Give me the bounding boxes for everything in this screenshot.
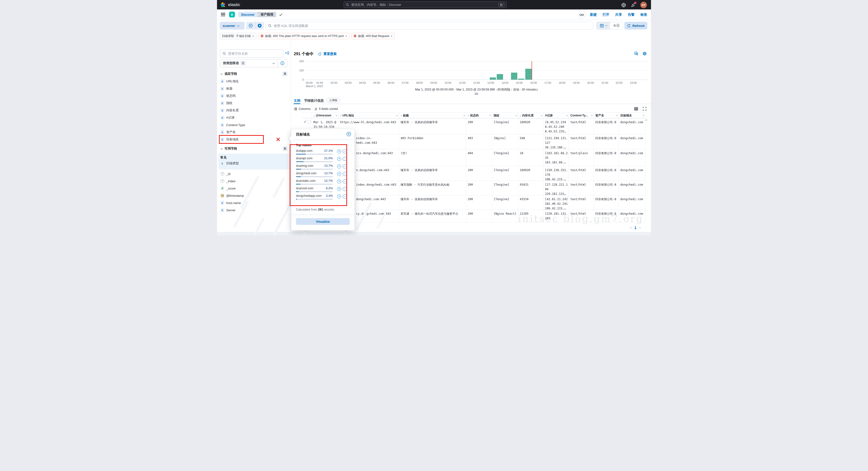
kql-search-bar[interactable] — [266, 22, 593, 30]
filter-for-value-icon[interactable]: + — [337, 179, 341, 183]
nav-action-4[interactable]: 检查 — [640, 12, 647, 17]
refresh-button[interactable]: Refresh — [624, 22, 647, 30]
collapse-sidebar-icon[interactable] — [285, 51, 290, 55]
date-range-label[interactable]: 今日 — [610, 22, 623, 29]
field-item-标题[interactable]: k标题 — [220, 86, 287, 92]
filter-for-value-icon[interactable]: + — [337, 194, 341, 199]
row-checkbox[interactable] — [308, 120, 311, 124]
available-fields-section[interactable]: 可用字段 6 — [220, 146, 287, 151]
project-badge[interactable]: D — [229, 12, 235, 18]
header-cell-col1[interactable]: ↓URL地址 — [339, 113, 399, 118]
field-item-_score[interactable]: #_score — [220, 186, 287, 191]
columns-button[interactable]: Columns — [294, 107, 310, 111]
remove-filter-icon[interactable]: × — [345, 34, 347, 38]
field-item-scan-type[interactable]: k扫描类型 — [220, 161, 287, 166]
help-icon[interactable] — [621, 2, 626, 8]
header-cell-col3[interactable]: ↑状态码 — [466, 113, 492, 118]
filter-pill[interactable]: 扫描类型: 子域名扫描× — [220, 33, 256, 39]
fullscreen-icon[interactable] — [643, 107, 647, 111]
filter-out-value-icon[interactable]: − — [343, 149, 347, 154]
filter-by-type[interactable]: 按类型筛选 0 — [220, 59, 287, 67]
filter-out-value-icon[interactable]: − — [343, 172, 347, 176]
add-filter-icon[interactable] — [255, 24, 264, 28]
elastic-logo[interactable]: elastic — [220, 2, 240, 8]
filter-for-value-icon[interactable]: + — [337, 164, 341, 168]
field-search[interactable] — [220, 49, 283, 58]
data-view-picker[interactable]: scanner — [220, 22, 245, 30]
field-search-input[interactable] — [228, 52, 281, 56]
menu-icon[interactable] — [221, 12, 225, 17]
histogram-bar[interactable] — [497, 74, 503, 80]
date-quick-menu[interactable] — [596, 22, 610, 29]
filter-for-value-icon[interactable]: + — [337, 172, 341, 176]
field-info-icon[interactable] — [278, 61, 287, 65]
prev-page-icon[interactable]: ‹ — [630, 225, 631, 230]
filter-out-value-icon[interactable]: − — [343, 194, 347, 199]
reset-search-link[interactable]: 重置搜索 — [323, 52, 337, 56]
field-item-URL地址[interactable]: kURL地址 — [220, 78, 287, 84]
chart-options-gear-icon[interactable] — [642, 51, 647, 56]
keyword-token-icon: k — [220, 87, 224, 91]
filter-for-value-icon[interactable]: + — [337, 187, 341, 191]
header-cell-col8[interactable]: 资产名 — [594, 113, 619, 118]
header-cell-col7[interactable]: Content-Ty... — [569, 113, 594, 118]
filter-out-value-icon[interactable]: − — [343, 179, 347, 183]
header-cell-col6[interactable]: A记录 — [544, 113, 569, 118]
field-item-A记录[interactable]: kA记录 — [220, 115, 287, 121]
next-page-icon[interactable]: › — [639, 225, 641, 230]
filter-out-value-icon[interactable]: − — [343, 187, 347, 191]
histogram-bar[interactable] — [518, 79, 524, 80]
histogram-bar[interactable] — [511, 73, 517, 80]
view-mode-icon[interactable] — [578, 11, 586, 19]
selected-fields-section[interactable]: 选定字段 9 — [220, 72, 287, 76]
global-search[interactable]: ⌘/ — [344, 1, 507, 8]
header-cell-col4[interactable]: 指纹 — [492, 113, 518, 118]
page-number[interactable]: 1 — [634, 226, 637, 230]
field-item-_index[interactable]: ?_index — [220, 178, 287, 184]
visualize-button[interactable]: Visualize — [296, 218, 350, 225]
newsfeed-icon[interactable] — [631, 2, 636, 8]
field-item-@timestamp[interactable]: @timestamp — [220, 193, 287, 199]
breadcrumb-discover[interactable]: Discover — [238, 12, 258, 17]
filter-out-value-icon[interactable]: − — [343, 164, 347, 168]
tab-field-stats[interactable]: 字段统计信息 — [304, 99, 324, 103]
histogram-bar[interactable] — [490, 77, 496, 80]
nav-action-1[interactable]: 打开 — [602, 12, 609, 17]
field-item-_id[interactable]: ?_id — [220, 171, 287, 177]
field-item-内容长度[interactable]: k内容长度 — [220, 107, 287, 113]
filter-for-value-icon[interactable]: + — [337, 149, 341, 154]
expand-row-icon[interactable] — [304, 120, 306, 123]
field-item-host.name[interactable]: khost.name — [220, 200, 287, 206]
filter-for-value-icon[interactable]: + — [337, 157, 341, 161]
popup-filter-icon[interactable] — [346, 132, 351, 136]
filter-pill[interactable]: 非标题: 400 Bad Request× — [351, 33, 395, 39]
filter-out-value-icon[interactable]: − — [343, 157, 347, 161]
sort-fields-button[interactable]: 5 fields sorted — [314, 107, 338, 111]
header-cell-col2[interactable]: ↑标题 — [399, 113, 466, 118]
histogram-bar[interactable] — [525, 69, 532, 80]
global-search-input[interactable] — [351, 3, 498, 6]
remove-filter-icon[interactable]: × — [391, 34, 393, 38]
chart-resize-handle[interactable] — [475, 93, 478, 95]
nav-action-2[interactable]: 共享 — [615, 12, 622, 17]
avatar[interactable]: DT — [640, 2, 647, 8]
kql-input[interactable] — [274, 24, 591, 28]
saved-query-icon[interactable] — [246, 24, 255, 28]
header-cell-col9[interactable]: 目标域名 — [619, 113, 645, 118]
saved-check-icon[interactable] — [279, 13, 283, 16]
field-item-Content-Type[interactable]: kContent-Type — [220, 122, 287, 128]
chart-inspect-icon[interactable] — [634, 51, 639, 56]
field-item-指纹[interactable]: k指纹 — [220, 100, 287, 106]
nav-action-0[interactable]: 新建 — [590, 12, 597, 17]
nav-action-3[interactable]: 告警 — [628, 12, 634, 17]
display-options-icon[interactable] — [634, 107, 638, 111]
field-item-状态码[interactable]: k状态码 — [220, 93, 287, 99]
filter-pill[interactable]: 非标题: 400 The plain HTTP request was sent… — [258, 33, 349, 39]
table-scrollbar[interactable] — [646, 119, 647, 121]
remove-filter-icon[interactable]: × — [252, 34, 254, 38]
header-cell-timestamp[interactable]: ↓@timestam — [312, 113, 339, 118]
field-item-Server[interactable]: kServer — [220, 207, 287, 213]
tab-documents[interactable]: 文档 — [294, 99, 300, 103]
field-item-资产名[interactable]: k资产名 — [220, 129, 287, 135]
header-cell-col5[interactable]: ↓内容长度 — [518, 113, 544, 118]
